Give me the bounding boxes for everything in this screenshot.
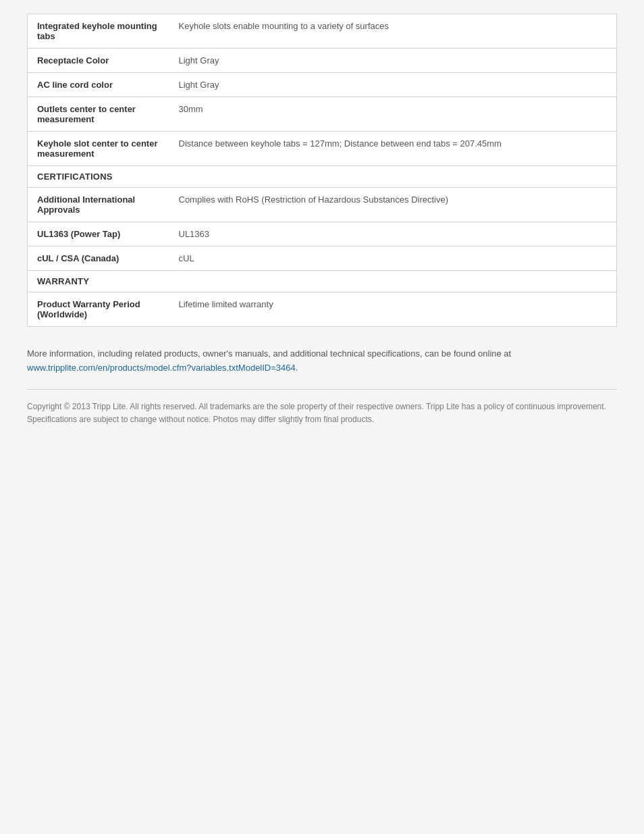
row-label: Additional International Approvals [28, 188, 169, 222]
row-value: Complies with RoHS (Restriction of Hazar… [169, 188, 617, 222]
table-row: cUL / CSA (Canada)cUL [28, 246, 617, 271]
table-row: AC line cord colorLight Gray [28, 73, 617, 97]
table-row: Outlets center to center measurement30mm [28, 97, 617, 132]
row-label: Keyhole slot center to center measuremen… [28, 132, 169, 166]
table-row: Product Warranty Period (Worldwide)Lifet… [28, 292, 617, 327]
row-value: cUL [169, 246, 617, 271]
table-row: CERTIFICATIONS [28, 166, 617, 188]
row-value: Light Gray [169, 73, 617, 97]
row-value: Lifetime limited warranty [169, 292, 617, 327]
table-row: Receptacle ColorLight Gray [28, 49, 617, 73]
row-value: Keyhole slots enable mounting to a varie… [169, 14, 617, 49]
specs-table: Integrated keyhole mounting tabsKeyhole … [27, 14, 617, 327]
row-label: AC line cord color [28, 73, 169, 97]
row-label: Integrated keyhole mounting tabs [28, 14, 169, 49]
row-label: UL1363 (Power Tap) [28, 222, 169, 246]
table-row: Keyhole slot center to center measuremen… [28, 132, 617, 166]
copyright-section: Copyright © 2013 Tripp Lite. All rights … [27, 389, 617, 426]
table-row: WARRANTY [28, 271, 617, 292]
row-label: Outlets center to center measurement [28, 97, 169, 132]
row-label: cUL / CSA (Canada) [28, 246, 169, 271]
table-row: UL1363 (Power Tap)UL1363 [28, 222, 617, 246]
row-label: Product Warranty Period (Worldwide) [28, 292, 169, 327]
more-info-link[interactable]: www.tripplite.com/en/products/model.cfm?… [27, 363, 298, 373]
row-label: Receptacle Color [28, 49, 169, 73]
copyright-text: Copyright © 2013 Tripp Lite. All rights … [27, 402, 606, 424]
row-value: 30mm [169, 97, 617, 132]
row-value: Distance between keyhole tabs = 127mm; D… [169, 132, 617, 166]
row-value: UL1363 [169, 222, 617, 246]
section-header-label: CERTIFICATIONS [28, 166, 617, 188]
table-row: Integrated keyhole mounting tabsKeyhole … [28, 14, 617, 49]
more-info-section: More information, including related prod… [27, 347, 617, 375]
table-row: Additional International ApprovalsCompli… [28, 188, 617, 222]
more-info-text: More information, including related prod… [27, 348, 511, 359]
row-value: Light Gray [169, 49, 617, 73]
section-header-label: WARRANTY [28, 271, 617, 292]
